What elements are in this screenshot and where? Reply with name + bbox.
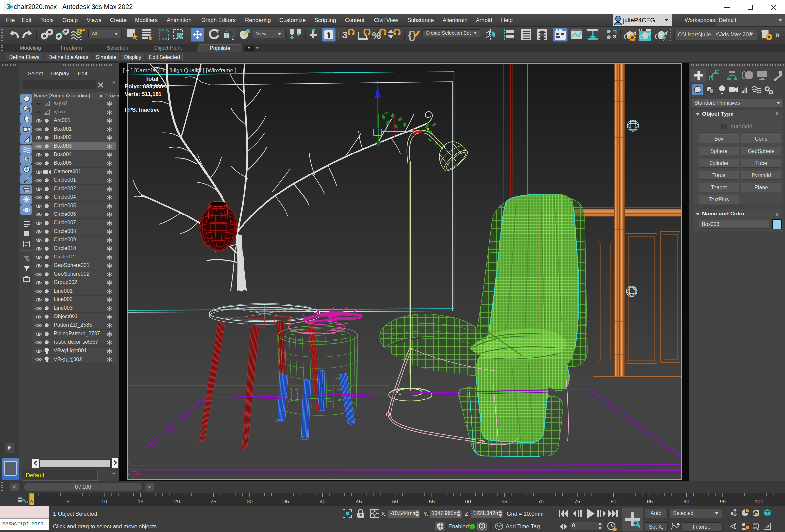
svg-text:FPS: Inactive: FPS: Inactive (125, 107, 160, 113)
svg-text:3: 3 (342, 29, 348, 41)
svg-text:15: 15 (138, 499, 144, 504)
svg-text:{}: {} (408, 29, 416, 41)
svg-text:y: y (127, 471, 130, 476)
svg-text:0: 0 (30, 499, 33, 504)
svg-text:85: 85 (647, 499, 653, 504)
svg-text:75: 75 (574, 499, 580, 504)
svg-text:25: 25 (210, 499, 216, 504)
svg-text:Polys: 683,886: Polys: 683,886 (125, 83, 163, 89)
svg-text:90: 90 (683, 499, 689, 504)
svg-text:65: 65 (502, 499, 507, 504)
svg-text:70: 70 (538, 499, 544, 504)
svg-text:Total: Total (145, 76, 158, 82)
svg-text:45: 45 (356, 499, 362, 504)
svg-text:40: 40 (320, 499, 326, 504)
svg-text:10: 10 (101, 499, 107, 504)
svg-text:50: 50 (392, 499, 398, 504)
svg-text:35: 35 (283, 499, 289, 504)
svg-text:80: 80 (611, 499, 617, 504)
svg-text:60: 60 (465, 499, 471, 504)
svg-text:100: 100 (755, 499, 764, 504)
svg-text:Z: Z (375, 79, 378, 85)
svg-text:5: 5 (66, 499, 69, 504)
svg-text:20: 20 (174, 499, 180, 504)
svg-text:95: 95 (720, 499, 726, 504)
svg-text:X: X (136, 470, 139, 476)
svg-text:30: 30 (247, 499, 253, 504)
svg-text:[ + ] [Camera001 ] [High Qual: [ + ] [Camera001 ] [High Quality ] [Wire… (123, 67, 236, 74)
svg-text:Z: Z (128, 460, 131, 466)
svg-text:55: 55 (429, 499, 435, 504)
svg-text:Verts: 511,181: Verts: 511,181 (125, 91, 161, 98)
